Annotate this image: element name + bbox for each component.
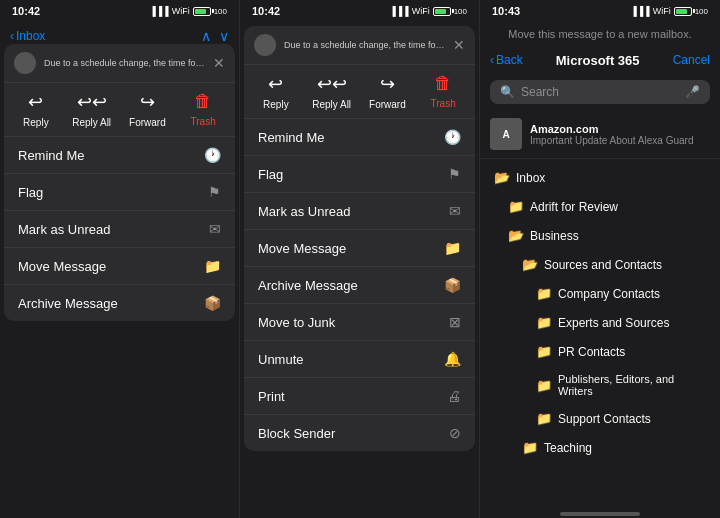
mailbox-item-teaching[interactable]: 📁 Teaching <box>480 433 720 462</box>
experts-sources-folder-icon: 📁 <box>536 315 552 330</box>
menu-item-flag-left[interactable]: Flag ⚑ <box>4 174 235 211</box>
unread-label-mid: Mark as Unread <box>258 204 350 219</box>
company-contacts-folder-icon: 📁 <box>536 286 552 301</box>
menu-list-mid: Remind Me 🕐 Flag ⚑ Mark as Unread ✉ Move… <box>244 119 475 451</box>
action-toolbar-left: ↩ Reply ↩↩ Reply All ↪ Forward 🗑 Trash <box>4 83 235 137</box>
email-card-subject: Important Update About Alexa Guard <box>530 135 693 146</box>
trash-icon-mid: 🗑 <box>434 73 452 94</box>
mailbox-inbox-heading: 📂 Inbox <box>480 163 720 192</box>
inbox-folder-icon: 📂 <box>494 170 510 185</box>
battery-percent: 100 <box>214 7 227 16</box>
chevron-left-icon: ‹ <box>10 29 14 43</box>
forward-label-mid: Forward <box>369 99 406 110</box>
status-bar-right: 10:43 ▐▐▐ WiFi 100 <box>480 0 720 22</box>
trash-button-mid[interactable]: 🗑 Trash <box>421 73 465 110</box>
signal-icon: ▐▐▐ <box>150 6 169 16</box>
trash-button-left[interactable]: 🗑 Trash <box>181 91 225 128</box>
chevron-up-icon[interactable]: ∧ <box>201 28 211 44</box>
wifi-icon-mid: WiFi <box>412 6 430 16</box>
battery-icon-mid <box>433 7 451 16</box>
pr-contacts-folder-icon: 📁 <box>536 344 552 359</box>
unread-icon: ✉ <box>209 221 221 237</box>
sources-contacts-label: Sources and Contacts <box>544 258 662 272</box>
move-label: Move Message <box>18 259 106 274</box>
home-indicator-right <box>560 512 640 516</box>
status-icons-mid: ▐▐▐ WiFi 100 <box>390 6 468 16</box>
menu-item-flag-mid[interactable]: Flag ⚑ <box>244 156 475 193</box>
reply-icon-mid: ↩ <box>268 73 283 95</box>
menu-item-unread-left[interactable]: Mark as Unread ✉ <box>4 211 235 248</box>
trash-icon: 🗑 <box>194 91 212 112</box>
menu-item-archive-left[interactable]: Archive Message 📦 <box>4 285 235 321</box>
search-bar-right[interactable]: 🔍 Search 🎤 <box>490 80 710 104</box>
block-icon-mid: ⊘ <box>449 425 461 441</box>
mailbox-item-pr-contacts[interactable]: 📁 PR Contacts <box>480 337 720 366</box>
remind-icon-mid: 🕐 <box>444 129 461 145</box>
archive-label-mid: Archive Message <box>258 278 358 293</box>
context-card-header: Due to a schedule change, the time for y… <box>4 44 235 83</box>
wifi-icon-right: WiFi <box>653 6 671 16</box>
unmute-icon-mid: 🔔 <box>444 351 461 367</box>
reply-button-mid[interactable]: ↩ Reply <box>254 73 298 110</box>
unmute-label-mid: Unmute <box>258 352 304 367</box>
block-label-mid: Block Sender <box>258 426 335 441</box>
menu-item-block-mid[interactable]: Block Sender ⊘ <box>244 415 475 451</box>
menu-item-move-left[interactable]: Move Message 📁 <box>4 248 235 285</box>
context-card-mid: Due to a schedule change, the time for y… <box>244 26 475 451</box>
teaching-folder-icon: 📁 <box>522 440 538 455</box>
status-bar-mid: 10:42 ▐▐▐ WiFi 100 <box>240 0 479 22</box>
forward-button-mid[interactable]: ↪ Forward <box>365 73 409 110</box>
menu-item-unread-mid[interactable]: Mark as Unread ✉ <box>244 193 475 230</box>
back-button-right[interactable]: ‹ Back <box>490 53 523 67</box>
unread-label: Mark as Unread <box>18 222 110 237</box>
mailbox-item-company-contacts[interactable]: 📁 Company Contacts <box>480 279 720 308</box>
forward-icon-mid: ↪ <box>380 73 395 95</box>
move-icon: 📁 <box>204 258 221 274</box>
email-card[interactable]: A Amazon.com Important Update About Alex… <box>480 110 720 159</box>
mailbox-item-support[interactable]: 📁 Support Contacts <box>480 404 720 433</box>
menu-item-remind-left[interactable]: Remind Me 🕐 <box>4 137 235 174</box>
search-icon: 🔍 <box>500 85 515 99</box>
print-label-mid: Print <box>258 389 285 404</box>
close-button-mid[interactable]: ✕ <box>453 37 465 53</box>
reply-all-button-left[interactable]: ↩↩ Reply All <box>70 91 114 128</box>
chevron-left-icon-right: ‹ <box>490 53 494 67</box>
close-button-left[interactable]: ✕ <box>213 55 225 71</box>
status-bar-left: 10:42 ▐▐▐ WiFi 100 <box>0 0 239 22</box>
forward-icon: ↪ <box>140 91 155 113</box>
cancel-button-right[interactable]: Cancel <box>673 53 710 67</box>
mailbox-item-publishers[interactable]: 📁 Publishers, Editors, and Writers <box>480 366 720 404</box>
trash-label: Trash <box>191 116 216 127</box>
amazon-initial: A <box>502 129 509 140</box>
move-hint: Move this message to a new mailbox. <box>480 22 720 46</box>
context-avatar <box>14 52 36 74</box>
mailbox-item-experts-sources[interactable]: 📁 Experts and Sources <box>480 308 720 337</box>
reply-all-button-mid[interactable]: ↩↩ Reply All <box>310 73 354 110</box>
menu-item-junk-mid[interactable]: Move to Junk ⊠ <box>244 304 475 341</box>
mailbox-item-sources-contacts[interactable]: 📂 Sources and Contacts <box>480 250 720 279</box>
left-panel: 10:42 ▐▐▐ WiFi 100 ‹ Inbox ∧ ∨ To: Lance… <box>0 0 240 518</box>
chevron-down-icon[interactable]: ∨ <box>219 28 229 44</box>
back-label-right: Back <box>496 53 523 67</box>
action-toolbar-mid: ↩ Reply ↩↩ Reply All ↪ Forward 🗑 Trash <box>244 65 475 119</box>
reply-all-label: Reply All <box>72 117 111 128</box>
menu-item-archive-mid[interactable]: Archive Message 📦 <box>244 267 475 304</box>
mailbox-item-adrift[interactable]: 📁 Adrift for Review <box>480 192 720 221</box>
experts-sources-label: Experts and Sources <box>558 316 669 330</box>
inbox-label: Inbox <box>516 171 545 185</box>
menu-item-unmute-mid[interactable]: Unmute 🔔 <box>244 341 475 378</box>
archive-label: Archive Message <box>18 296 118 311</box>
back-button-left[interactable]: ‹ Inbox <box>10 29 45 43</box>
flag-label-mid: Flag <box>258 167 283 182</box>
reply-label: Reply <box>23 117 49 128</box>
business-folder-icon: 📂 <box>508 228 524 243</box>
mic-icon[interactable]: 🎤 <box>685 85 700 99</box>
menu-item-remind-mid[interactable]: Remind Me 🕐 <box>244 119 475 156</box>
forward-button-left[interactable]: ↪ Forward <box>125 91 169 128</box>
mailbox-item-business[interactable]: 📂 Business <box>480 221 720 250</box>
reply-button-left[interactable]: ↩ Reply <box>14 91 58 128</box>
menu-item-print-mid[interactable]: Print 🖨 <box>244 378 475 415</box>
nav-arrows-left: ∧ ∨ <box>201 28 229 44</box>
menu-item-move-mid[interactable]: Move Message 📁 <box>244 230 475 267</box>
remind-icon: 🕐 <box>204 147 221 163</box>
